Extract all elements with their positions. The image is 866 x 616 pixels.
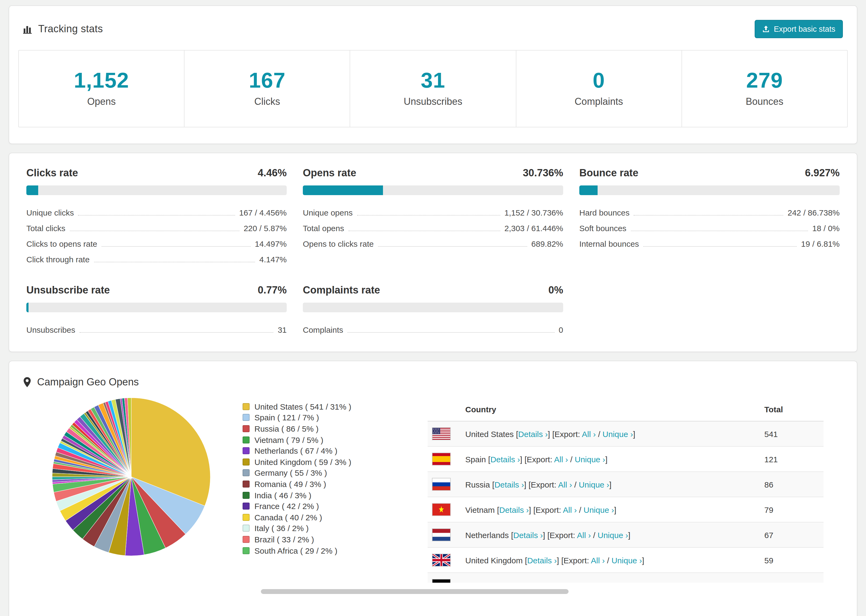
rate-detail-row: Soft bounces 18 / 0%	[579, 218, 840, 234]
rate-detail-label: Opens to clicks rate	[303, 239, 373, 250]
legend-swatch	[242, 536, 250, 543]
dotted-leader	[101, 246, 250, 247]
export-unique-link[interactable]: Unique ›	[584, 505, 614, 514]
export-all-link[interactable]: All ›	[558, 480, 572, 489]
country-name: Germany	[465, 581, 501, 583]
stat-complaints: 0 Complaints	[516, 50, 682, 127]
stat-label: Clicks	[184, 96, 350, 107]
rate-progress-track	[303, 303, 563, 312]
stat-unsubscribes: 31 Unsubscribes	[350, 50, 516, 127]
legend-swatch	[242, 503, 250, 509]
details-link[interactable]: Details ›	[490, 454, 520, 464]
export-icon	[762, 25, 770, 33]
legend-swatch	[242, 459, 250, 465]
legend-label: Russia ( 86 / 5% )	[254, 424, 318, 433]
rate-detail-label: Unique clicks	[26, 207, 74, 218]
page: Tracking stats Export basic stats 1,152 …	[0, 0, 866, 616]
rate-block: Unsubscribe rate 0.77% Unsubscribes 31	[26, 284, 287, 335]
rate-detail-label: Total clicks	[26, 223, 65, 234]
country-total: 121	[760, 446, 823, 472]
legend-label: Netherlands ( 67 / 4% )	[254, 446, 337, 455]
total-column-header: Total	[760, 398, 823, 421]
stat-label: Complaints	[516, 96, 681, 107]
legend-item: Romania ( 49 / 3% )	[242, 478, 364, 489]
geo-table-header-row: Country Total	[428, 398, 823, 421]
us-flag-icon	[432, 427, 451, 440]
stat-value: 1,152	[19, 68, 184, 93]
rate-detail-value: 19 / 6.81%	[801, 239, 840, 250]
export-unique-link[interactable]: Unique ›	[598, 530, 628, 539]
horizontal-scrollbar[interactable]	[261, 589, 568, 594]
details-link[interactable]: Details ›	[513, 530, 543, 539]
legend-swatch	[242, 403, 250, 410]
details-link[interactable]: Details ›	[527, 556, 557, 565]
country-name: Netherlands	[465, 530, 511, 539]
dotted-leader	[94, 262, 255, 262]
legend-label: France ( 42 / 2% )	[254, 501, 319, 511]
rate-title: Clicks rate	[26, 167, 78, 179]
rate-detail-value: 0	[559, 325, 563, 335]
export-all-link[interactable]: All ›	[567, 581, 581, 583]
rate-progress-track	[303, 185, 563, 195]
export-all-link[interactable]: All ›	[563, 505, 577, 514]
legend-item: United States ( 541 / 31% )	[242, 401, 364, 412]
rate-progress-fill	[303, 185, 383, 195]
export-unique-link[interactable]: Unique ›	[575, 454, 605, 464]
country-name: United Kingdom	[465, 556, 525, 565]
rate-value: 0%	[548, 284, 563, 296]
export-all-link[interactable]: All ›	[577, 530, 591, 539]
export-unique-link[interactable]: Unique ›	[612, 556, 642, 565]
stat-clicks: 167 Clicks	[184, 50, 350, 127]
gb-flag-icon	[432, 554, 451, 567]
details-link[interactable]: Details ›	[518, 429, 548, 438]
rate-detail-label: Click through rate	[26, 254, 90, 265]
legend-item: France ( 42 / 2% )	[242, 501, 364, 512]
country-total: 59	[760, 547, 823, 573]
export-unique-link[interactable]: Unique ›	[602, 429, 633, 438]
rate-progress-track	[26, 185, 287, 195]
dotted-leader	[631, 231, 808, 231]
country-column-header: Country	[461, 398, 760, 421]
legend-label: Italy ( 36 / 2% )	[254, 524, 309, 533]
dotted-leader	[357, 215, 500, 215]
legend-swatch	[242, 492, 250, 498]
geo-table-row: Netherlands [Details ›] [Export: All › /…	[428, 522, 823, 547]
legend-label: India ( 46 / 3% )	[254, 490, 312, 500]
export-all-link[interactable]: All ›	[582, 429, 596, 438]
country-name: United States	[465, 429, 516, 438]
export-all-link[interactable]: All ›	[591, 556, 605, 565]
details-link[interactable]: Details ›	[494, 480, 524, 489]
export-unique-link[interactable]: Unique ›	[587, 581, 618, 583]
legend-swatch	[242, 514, 250, 520]
export-basic-stats-button[interactable]: Export basic stats	[754, 20, 843, 38]
dotted-leader	[348, 231, 500, 231]
export-prefix: Export:	[554, 429, 580, 438]
rate-detail-row: Internal bounces 19 / 6.81%	[579, 234, 840, 250]
export-unique-link[interactable]: Unique ›	[579, 480, 609, 489]
export-prefix: Export:	[531, 480, 556, 489]
rate-detail-label: Complaints	[303, 325, 343, 335]
legend-swatch	[242, 425, 250, 432]
geo-table-row: Spain [Details ›] [Export: All › / Uniqu…	[428, 446, 823, 472]
rate-detail-value: 14.497%	[255, 239, 287, 250]
legend-item: United Kingdom ( 59 / 3% )	[242, 456, 364, 467]
pie-chart-svg	[51, 397, 211, 557]
geo-table-row: Vietnam [Details ›] [Export: All › / Uni…	[428, 497, 823, 522]
rate-progress-fill	[26, 303, 28, 312]
rate-value: 4.46%	[258, 167, 287, 179]
export-all-link[interactable]: All ›	[554, 454, 568, 464]
details-link[interactable]: Details ›	[503, 581, 532, 583]
legend-label: United Kingdom ( 59 / 3% )	[254, 457, 351, 467]
rate-progress-fill	[26, 185, 38, 195]
map-pin-icon	[23, 377, 31, 388]
rate-detail-row: Clicks to opens rate 14.497%	[26, 234, 287, 250]
rate-detail-label: Total opens	[303, 223, 344, 234]
rate-value: 30.736%	[523, 167, 563, 179]
nl-flag-icon	[432, 528, 451, 541]
ru-flag-icon	[432, 478, 451, 491]
rate-detail-row: Unsubscribes 31	[26, 320, 287, 335]
country-total: 67	[760, 522, 823, 547]
legend-swatch	[242, 481, 250, 487]
details-link[interactable]: Details ›	[499, 505, 529, 514]
rate-detail-value: 689.82%	[531, 239, 563, 250]
